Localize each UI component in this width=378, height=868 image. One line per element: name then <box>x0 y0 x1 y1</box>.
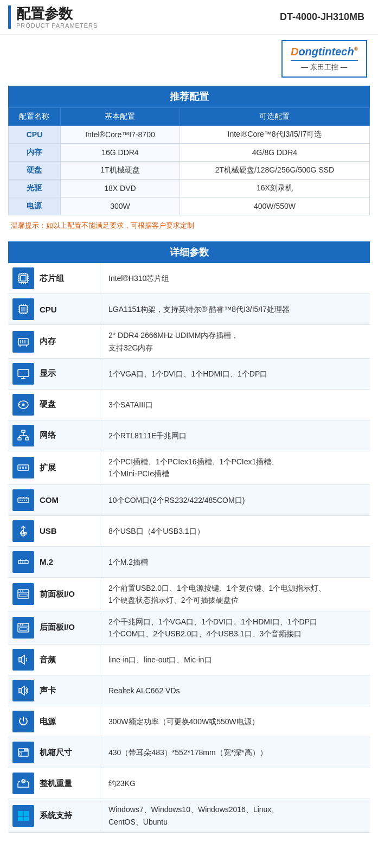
product-id: DT-4000-JH310MB <box>280 5 370 29</box>
detail-label-audio: 音频 <box>40 655 56 665</box>
row-name: 电源 <box>9 197 61 215</box>
svg-rect-81 <box>20 628 27 630</box>
weight-icon: KG <box>12 773 34 794</box>
svg-point-74 <box>20 590 21 591</box>
svg-point-53 <box>22 500 23 501</box>
display-icon <box>12 363 34 385</box>
svg-point-52 <box>20 500 21 501</box>
svg-rect-29 <box>20 340 21 343</box>
svg-rect-96 <box>24 817 29 821</box>
svg-marker-83 <box>21 655 24 664</box>
brand-D-icon: D <box>291 46 298 58</box>
detail-icon-cell-chassis: 机箱尺寸 <box>8 737 100 768</box>
detail-icon-cell-m2: M.2 <box>8 547 100 577</box>
detail-label-hdd: 硬盘 <box>40 399 56 410</box>
svg-rect-31 <box>24 340 25 343</box>
svg-point-65 <box>22 534 25 536</box>
col-basic: 基本配置 <box>60 108 180 126</box>
detail-label-network: 网络 <box>40 430 56 441</box>
notice-text: 温馨提示：如以上配置不能满足要求，可根据客户要求定制 <box>8 215 370 233</box>
detail-row-os: 系统支持 Windows7、Windows10、Windows2016、Linu… <box>8 799 370 833</box>
table-row: 光驱 18X DVD 16X刻录机 <box>9 180 370 197</box>
svg-rect-49 <box>22 467 24 469</box>
detail-icon-cell-reario: 后面板I/O <box>8 612 100 643</box>
svg-rect-67 <box>20 561 21 563</box>
row-basic: 1T机械硬盘 <box>60 162 180 180</box>
svg-rect-76 <box>20 594 27 597</box>
row-optional: Intel®Core™8代I3/I5/I7可选 <box>180 126 369 144</box>
svg-rect-93 <box>18 811 23 816</box>
table-row: 电源 300W 400W/550W <box>9 197 370 215</box>
header: 配置参数 PRODUCT PARAMETERS DT-4000-JH310MB <box>0 0 378 35</box>
detail-row-m2: M.2 1个M.2插槽 <box>8 547 370 578</box>
row-name: CPU <box>9 126 61 144</box>
detail-row-reario: 后面板I/O 2个千兆网口、1个VGA口、1个DVI口、1个HDMI口、1个DP… <box>8 611 370 645</box>
detail-icon-cell-frontio: 前面板I/O <box>8 579 100 609</box>
detail-title: 详细参数 <box>8 241 370 263</box>
svg-rect-1 <box>21 276 26 281</box>
table-row: CPU Intel®Core™I7-8700 Intel®Core™8代I3/I… <box>9 126 370 144</box>
detail-value-network: 2个RTL8111E千兆网口 <box>100 425 370 446</box>
row-name: 硬盘 <box>9 162 61 180</box>
detail-icon-cell-soundcard: 声卡 <box>8 675 100 706</box>
detail-icon-cell-com: COM <box>8 485 100 515</box>
chassis-icon <box>12 742 34 763</box>
detail-icon-cell-expand: 扩展 <box>8 452 100 483</box>
row-name: 内存 <box>9 144 61 162</box>
detail-value-os: Windows7、Windows10、Windows2016、Linux、Cen… <box>100 799 370 832</box>
detail-label-expand: 扩展 <box>40 463 56 473</box>
detail-row-frontio: 前面板I/O 2个前置USB2.0口、1个电源按键、1个复位键、1个电源指示灯、… <box>8 578 370 611</box>
detail-icon-cell-display: 显示 <box>8 359 100 389</box>
detail-row-memory: 内存 2* DDR4 2666MHz UDIMM内存插槽，支持32G内存 <box>8 325 370 359</box>
detail-label-os: 系统支持 <box>40 810 72 821</box>
m2-icon <box>12 551 34 573</box>
svg-point-75 <box>22 590 23 591</box>
row-optional: 400W/550W <box>180 197 369 215</box>
col-name: 配置名称 <box>9 108 61 126</box>
detail-label-chassis: 机箱尺寸 <box>40 748 72 758</box>
detail-icon-cell-cpu: CPU <box>8 294 100 324</box>
recommended-section: 推荐配置 配置名称 基本配置 可选配置 CPU Intel®Core™I7-87… <box>8 86 370 233</box>
panel-icon <box>12 583 34 605</box>
cpu-icon <box>12 298 34 320</box>
detail-row-hdd: 硬盘 3个SATAIII口 <box>8 390 370 420</box>
svg-rect-30 <box>22 340 23 343</box>
detail-value-hdd: 3个SATAIII口 <box>100 394 370 415</box>
title-block: 配置参数 PRODUCT PARAMETERS <box>8 5 98 29</box>
detail-label-cpu: CPU <box>40 305 57 314</box>
detail-row-network: 网络 2个RTL8111E千兆网口 <box>8 420 370 451</box>
svg-rect-48 <box>20 467 21 469</box>
row-optional: 2T机械硬盘/128G/256G/500G SSD <box>180 162 369 180</box>
detail-row-power: 电源 300W额定功率（可更换400W或550W电源） <box>8 706 370 737</box>
detail-value-frontio: 2个前置USB2.0口、1个电源按键、1个复位键、1个电源指示灯、1个硬盘状态指… <box>100 578 370 611</box>
power-icon <box>12 711 34 732</box>
memory-icon <box>12 331 34 353</box>
detail-icon-cell-usb: USB <box>8 516 100 546</box>
svg-rect-34 <box>18 369 29 376</box>
svg-rect-94 <box>24 811 29 816</box>
svg-rect-42 <box>25 438 29 440</box>
svg-point-79 <box>20 624 21 625</box>
detail-value-weight: 约23KG <box>100 773 370 794</box>
expand-icon <box>12 457 34 478</box>
detail-value-com: 10个COM口(2个RS232/422/485COM口) <box>100 490 370 510</box>
detail-row-weight: KG 整机重量 约23KG <box>8 768 370 799</box>
detail-value-chipset: Intel®H310芯片组 <box>100 268 370 289</box>
detail-value-m2: 1个M.2插槽 <box>100 552 370 572</box>
detail-row-com: COM 10个COM口(2个RS232/422/485COM口) <box>8 485 370 516</box>
detail-icon-cell-weight: KG 整机重量 <box>8 768 100 799</box>
svg-rect-40 <box>22 430 25 432</box>
detail-value-usb: 8个USB口（4个USB3.1口） <box>100 521 370 541</box>
detail-value-soundcard: Realtek ALC662 VDs <box>100 680 370 701</box>
svg-point-54 <box>24 500 25 501</box>
detail-label-com: COM <box>40 495 59 505</box>
row-basic: Intel®Core™I7-8700 <box>60 126 180 144</box>
panel-icon <box>12 617 34 639</box>
detail-value-audio: line-in口、line-out口、Mic-in口 <box>100 649 370 670</box>
detail-row-display: 显示 1个VGA口、1个DVI口、1个HDMI口、1个DP口 <box>8 359 370 390</box>
table-row: 硬盘 1T机械硬盘 2T机械硬盘/128G/256G/500G SSD <box>9 162 370 180</box>
row-basic: 300W <box>60 197 180 215</box>
detail-label-chipset: 芯片组 <box>40 273 64 284</box>
detail-icon-cell-hdd: 硬盘 <box>8 390 100 420</box>
svg-text:KG: KG <box>22 779 27 782</box>
